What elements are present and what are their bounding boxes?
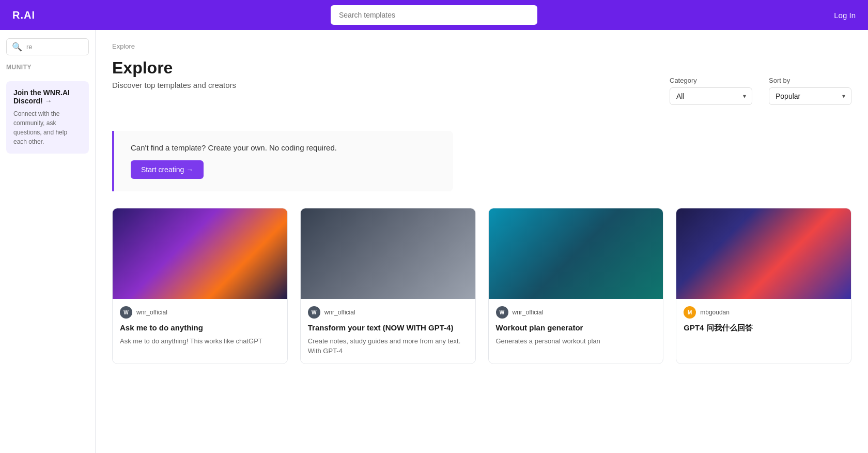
breadcrumb: Explore bbox=[112, 42, 851, 50]
card-author-row: W wnr_official bbox=[308, 306, 468, 319]
card-body: W wnr_official Transform your text (NOW … bbox=[301, 299, 475, 364]
avatar: W bbox=[120, 306, 132, 319]
search-input[interactable] bbox=[331, 5, 537, 25]
card-author-row: W wnr_official bbox=[120, 306, 280, 319]
avatar: W bbox=[308, 306, 320, 319]
card-title: Transform your text (NOW WITH GPT-4) bbox=[308, 323, 468, 333]
category-select-wrap: All Writing Marketing Education Producti… bbox=[670, 87, 752, 105]
sidebar-community-card[interactable]: Join the WNR.AI Discord! → Connect with … bbox=[6, 81, 89, 154]
avatar: W bbox=[496, 306, 508, 319]
login-button[interactable]: Log In bbox=[834, 11, 856, 20]
cta-text: Can't find a template? Create your own. … bbox=[131, 143, 437, 152]
card-author-row: W wnr_official bbox=[496, 306, 656, 319]
sidebar-section-label: munity bbox=[6, 64, 89, 71]
page-title: Explore bbox=[112, 58, 851, 78]
card-image bbox=[113, 208, 287, 299]
template-card[interactable]: W wnr_official Transform your text (NOW … bbox=[300, 208, 476, 364]
main-content: Explore Category All Writing Marketing E… bbox=[96, 30, 868, 453]
category-filter: Category All Writing Marketing Education… bbox=[670, 77, 752, 105]
card-image bbox=[676, 208, 851, 299]
sidebar: 🔍 re munity Join the WNR.AI Discord! → C… bbox=[0, 30, 96, 453]
cards-grid: W wnr_official Ask me to do anything Ask… bbox=[112, 208, 851, 364]
card-description: Create notes, study guides and more from… bbox=[308, 336, 468, 356]
sort-select[interactable]: Popular Newest Top Rated bbox=[769, 87, 851, 105]
card-body: M mbgoudan GPT4 问我什么回答 bbox=[676, 299, 851, 343]
filters-row: Category All Writing Marketing Education… bbox=[670, 77, 851, 105]
card-description: Generates a personal workout plan bbox=[496, 336, 656, 346]
sort-select-wrap: Popular Newest Top Rated bbox=[769, 87, 851, 105]
card-image bbox=[301, 208, 475, 299]
start-creating-button[interactable]: Start creating → bbox=[131, 160, 204, 179]
category-label: Category bbox=[670, 77, 752, 84]
card-title: GPT4 问我什么回答 bbox=[684, 323, 844, 333]
card-author-name: wnr_official bbox=[136, 309, 167, 316]
avatar: M bbox=[684, 306, 696, 319]
header: R.AI Log In bbox=[0, 0, 868, 30]
card-description: Ask me to do anything! This works like c… bbox=[120, 336, 280, 346]
template-card[interactable]: M mbgoudan GPT4 问我什么回答 bbox=[676, 208, 851, 364]
community-desc: Connect with the community, ask question… bbox=[13, 109, 82, 146]
cta-banner: Can't find a template? Create your own. … bbox=[112, 131, 453, 191]
card-title: Ask me to do anything bbox=[120, 323, 280, 333]
card-image bbox=[489, 208, 663, 299]
layout: 🔍 re munity Join the WNR.AI Discord! → C… bbox=[0, 30, 868, 453]
search-icon: 🔍 bbox=[12, 42, 22, 52]
card-title: Workout plan generator bbox=[496, 323, 656, 333]
category-select[interactable]: All Writing Marketing Education Producti… bbox=[670, 87, 752, 105]
logo: R.AI bbox=[12, 9, 35, 21]
card-author-name: wnr_official bbox=[513, 309, 544, 316]
template-card[interactable]: W wnr_official Workout plan generator Ge… bbox=[488, 208, 664, 364]
sidebar-search-text: re bbox=[26, 43, 33, 51]
search-wrap bbox=[331, 5, 537, 25]
template-card[interactable]: W wnr_official Ask me to do anything Ask… bbox=[112, 208, 288, 364]
card-author-name: mbgoudan bbox=[700, 309, 730, 316]
community-title: Join the WNR.AI Discord! → bbox=[13, 88, 82, 105]
card-author-name: wnr_official bbox=[324, 309, 355, 316]
sort-label: Sort by bbox=[769, 77, 851, 84]
card-author-row: M mbgoudan bbox=[684, 306, 844, 319]
sidebar-search-row[interactable]: 🔍 re bbox=[6, 38, 89, 55]
card-body: W wnr_official Workout plan generator Ge… bbox=[489, 299, 663, 353]
sort-filter: Sort by Popular Newest Top Rated bbox=[769, 77, 851, 105]
card-body: W wnr_official Ask me to do anything Ask… bbox=[113, 299, 287, 353]
